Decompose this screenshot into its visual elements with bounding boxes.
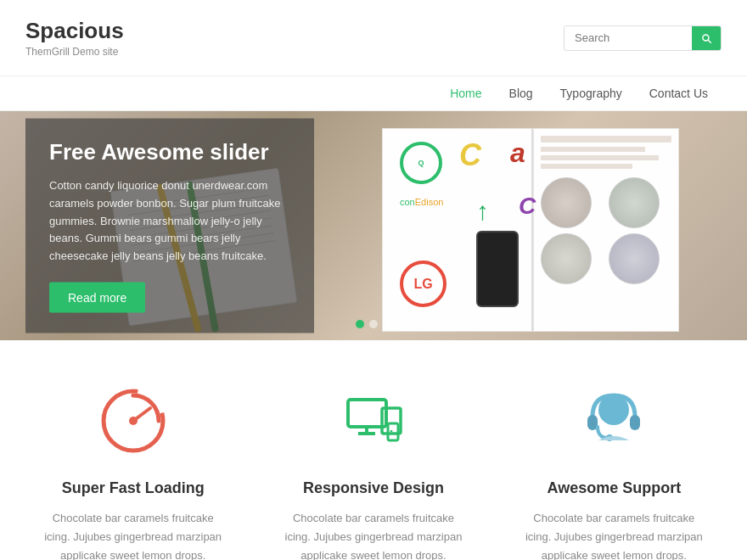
nav-item-typography[interactable]: Typography <box>547 76 636 110</box>
site-title: Spacious <box>25 18 124 44</box>
nav-item-blog[interactable]: Blog <box>496 76 547 110</box>
feature-card-support: Awesome Support Chocolate bar caramels f… <box>507 383 722 560</box>
slider-text: Cotton candy liquorice donut unerdwear.c… <box>49 177 290 266</box>
nav-menu: Home Blog Typography Contact Us <box>436 76 722 110</box>
nav-link-typography[interactable]: Typography <box>547 76 636 110</box>
feature-card-speed: Super Fast Loading Chocolate bar caramel… <box>25 383 240 560</box>
search-input[interactable] <box>564 26 692 49</box>
feature-card-responsive: Responsive Design Chocolate bar caramels… <box>266 383 480 560</box>
read-more-button[interactable]: Read more <box>49 282 145 312</box>
feature-title-speed: Super Fast Loading <box>42 479 223 497</box>
search-button[interactable] <box>692 26 721 50</box>
slider-dot-3[interactable] <box>383 320 391 328</box>
feature-title-responsive: Responsive Design <box>283 479 463 497</box>
open-book-decoration: Q C a conEdison ↑ C LG <box>382 128 679 332</box>
feature-text-speed: Chocolate bar caramels fruitcake icing. … <box>42 509 223 560</box>
slider-dots <box>356 320 391 328</box>
search-form <box>564 25 722 51</box>
nav-link-home[interactable]: Home <box>436 76 495 110</box>
feature-icon-support <box>576 383 652 459</box>
svg-rect-8 <box>388 423 398 440</box>
main-nav: Home Blog Typography Contact Us <box>0 76 747 111</box>
header-right <box>564 25 722 51</box>
feature-title-support: Awesome Support <box>524 479 705 497</box>
book-right-page <box>533 128 680 332</box>
feature-text-support: Chocolate bar caramels fruitcake icing. … <box>524 509 705 560</box>
book-left-page: Q C a conEdison ↑ C LG <box>382 128 533 332</box>
slider-title: Free Awesome slider <box>49 139 290 165</box>
nav-link-contact[interactable]: Contact Us <box>636 76 722 110</box>
slider-overlay: Free Awesome slider Cotton candy liquori… <box>25 119 314 333</box>
feature-text-responsive: Chocolate bar caramels fruitcake icing. … <box>283 509 463 560</box>
nav-link-blog[interactable]: Blog <box>496 76 547 110</box>
svg-line-2 <box>133 408 150 421</box>
site-tagline: ThemGrill Demo site <box>25 46 124 58</box>
site-header: Spacious ThemGrill Demo site <box>0 0 747 76</box>
svg-rect-11 <box>630 415 640 430</box>
hero-slider: Q C a conEdison ↑ C LG <box>0 111 747 340</box>
features-section: Super Fast Loading Chocolate bar caramel… <box>0 340 747 560</box>
feature-icon-responsive <box>335 383 412 459</box>
search-icon <box>700 32 712 44</box>
nav-item-contact[interactable]: Contact Us <box>636 76 722 110</box>
slider-dot-1[interactable] <box>356 320 364 328</box>
logo-area: Spacious ThemGrill Demo site <box>25 18 124 58</box>
slider-dot-2[interactable] <box>369 320 378 328</box>
nav-item-home[interactable]: Home <box>436 76 495 110</box>
feature-icon-speed <box>95 383 171 459</box>
